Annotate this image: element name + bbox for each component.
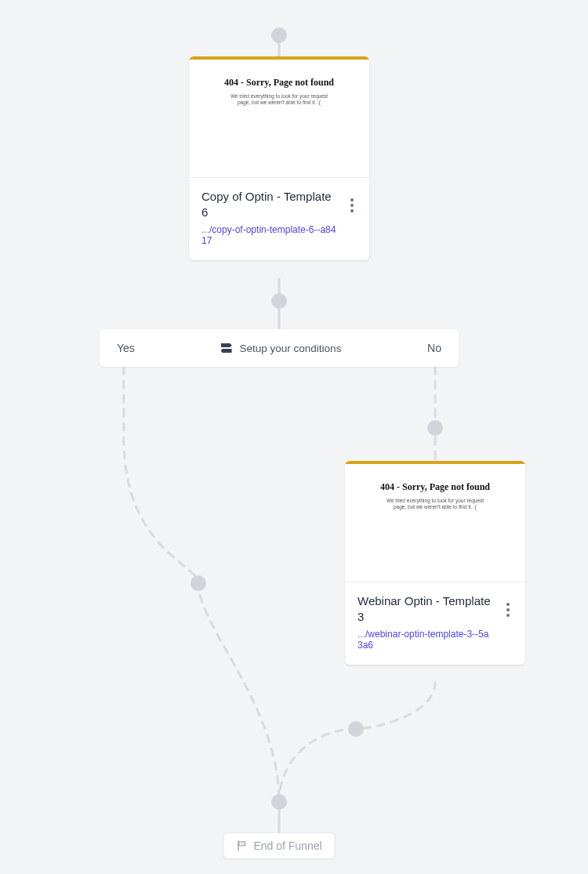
preview-title: 404 - Sorry, Page not found xyxy=(380,481,490,493)
step-url-link[interactable]: /webinar-optin-template-3--5a3a6 xyxy=(358,629,488,651)
step-title: Copy of Optin - Template 6 xyxy=(201,189,357,219)
setup-conditions-button[interactable]: Setup your conditions xyxy=(221,343,342,354)
funnel-step-card[interactable]: 404 - Sorry, Page not found We tried eve… xyxy=(345,461,525,665)
condition-no[interactable]: No xyxy=(427,342,441,354)
step-title: Webinar Optin - Template 3 xyxy=(358,593,513,624)
end-of-funnel-label: End of Funnel xyxy=(253,840,321,852)
card-body: Webinar Optin - Template 3 .../webinar-o… xyxy=(345,582,525,665)
connector-dot xyxy=(271,794,287,810)
connector-dot xyxy=(427,420,443,436)
funnel-step-card[interactable]: 404 - Sorry, Page not found We tried eve… xyxy=(189,56,369,260)
preview-subtitle: We tried everything to look for your req… xyxy=(380,498,490,511)
step-url-link[interactable]: /copy-of-optin-template-6--a8417 xyxy=(201,224,336,246)
condition-bar[interactable]: Yes Setup your conditions No xyxy=(100,329,459,367)
flag-icon xyxy=(236,840,247,851)
connector-dot xyxy=(271,27,287,43)
signpost-icon xyxy=(221,343,232,354)
connector-dot xyxy=(271,293,287,309)
condition-yes[interactable]: Yes xyxy=(117,342,135,354)
connector-dot xyxy=(191,575,206,591)
card-body: Copy of Optin - Template 6 .../copy-of-o… xyxy=(189,177,369,260)
preview-subtitle: We tried everything to look for your req… xyxy=(224,93,334,107)
connector-dot xyxy=(348,721,364,737)
setup-conditions-label: Setup your conditions xyxy=(240,343,342,354)
funnel-canvas: 404 - Sorry, Page not found We tried eve… xyxy=(0,0,588,874)
end-of-funnel-badge: End of Funnel xyxy=(223,832,335,859)
step-url: .../webinar-optin-template-3--5a3a6 xyxy=(358,629,513,651)
page-preview: 404 - Sorry, Page not found We tried eve… xyxy=(345,464,525,582)
more-options-button[interactable] xyxy=(500,600,516,620)
url-prefix: ... xyxy=(358,629,365,640)
step-url: .../copy-of-optin-template-6--a8417 xyxy=(201,224,357,246)
more-options-button[interactable] xyxy=(344,195,360,216)
preview-title: 404 - Sorry, Page not found xyxy=(224,77,334,89)
page-preview: 404 - Sorry, Page not found We tried eve… xyxy=(189,60,369,177)
url-prefix: ... xyxy=(201,224,209,235)
